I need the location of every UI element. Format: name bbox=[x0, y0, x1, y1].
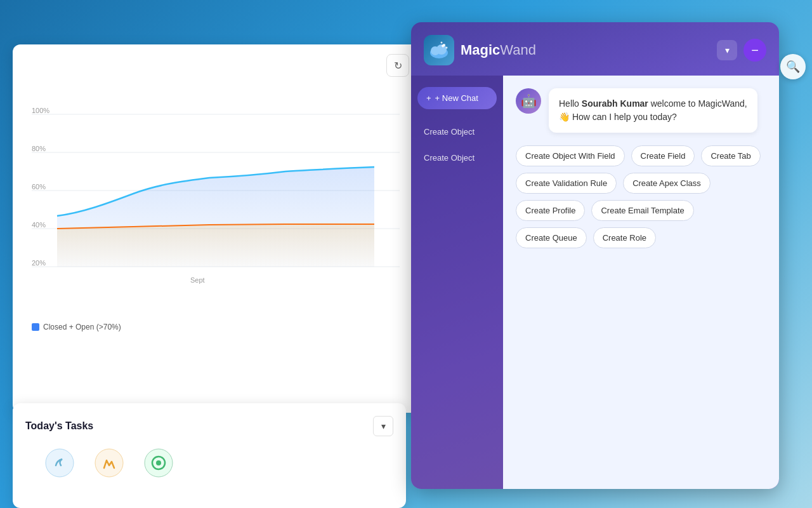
dashboard-panel: ↻ 100% 80% 60% 40% 20% bbox=[13, 44, 419, 413]
chevron-down-button[interactable]: ▾ bbox=[717, 40, 737, 60]
plus-icon: + bbox=[426, 93, 431, 103]
btn-create-queue[interactable]: Create Queue bbox=[516, 227, 587, 248]
welcome-name: Sourabh Kumar bbox=[582, 98, 648, 109]
chart-area: ↻ 100% 80% 60% 40% 20% bbox=[13, 44, 419, 349]
chevron-down-icon: ▾ bbox=[725, 45, 730, 55]
new-chat-label: + New Chat bbox=[435, 93, 478, 103]
magic-header-right: ▾ − bbox=[717, 39, 766, 62]
btn-create-field[interactable]: Create Field bbox=[631, 145, 695, 166]
chart-legend: Closed + Open (>70%) bbox=[25, 323, 406, 331]
tasks-title: Today's Tasks bbox=[25, 420, 93, 432]
svg-text:80%: 80% bbox=[32, 145, 46, 152]
magic-logo-icon: ✦ bbox=[424, 35, 454, 65]
svg-point-14 bbox=[156, 460, 161, 465]
refresh-button[interactable]: ↻ bbox=[386, 54, 409, 77]
tasks-header: Today's Tasks ▾ bbox=[25, 416, 393, 436]
sidebar-item-label-1: Create Object bbox=[424, 127, 475, 137]
task-icon-item bbox=[44, 448, 75, 478]
chart-container: 100% 80% 60% 40% 20% bbox=[25, 76, 406, 318]
bot-avatar: 🤖 bbox=[516, 88, 541, 114]
sidebar-item-create-object-1[interactable]: Create Object bbox=[415, 119, 499, 144]
magic-sidebar: + + New Chat Create Object Create Object bbox=[411, 76, 503, 489]
legend-label: Closed + Open (>70%) bbox=[43, 323, 121, 331]
bot-avatar-icon: 🤖 bbox=[521, 93, 537, 109]
btn-create-validation-rule[interactable]: Create Validation Rule bbox=[516, 173, 617, 194]
magic-header: ✦ MagicWand ▾ − bbox=[411, 22, 779, 76]
welcome-question: How can I help you today? bbox=[572, 112, 677, 122]
magic-logo-area: ✦ MagicWand bbox=[424, 35, 536, 65]
btn-create-profile[interactable]: Create Profile bbox=[516, 200, 585, 221]
task-icon-item-2 bbox=[94, 448, 124, 478]
tasks-icons-row bbox=[25, 448, 393, 478]
minimize-button[interactable]: − bbox=[743, 39, 766, 62]
sidebar-item-create-object-2[interactable]: Create Object bbox=[415, 145, 499, 170]
svg-text:40%: 40% bbox=[32, 221, 46, 229]
svg-text:✦: ✦ bbox=[440, 43, 445, 50]
sidebar-item-label-2: Create Object bbox=[424, 153, 475, 163]
welcome-prefix: Hello bbox=[559, 98, 582, 109]
btn-create-tab[interactable]: Create Tab bbox=[701, 145, 760, 166]
new-chat-button[interactable]: + + New Chat bbox=[417, 87, 497, 109]
tasks-card: Today's Tasks ▾ bbox=[13, 403, 406, 508]
btn-create-apex-class[interactable]: Create Apex Class bbox=[623, 173, 710, 194]
chart-x-label: Sept bbox=[190, 276, 205, 284]
welcome-suffix: welcome to MagicWand, bbox=[648, 98, 747, 109]
btn-create-role[interactable]: Create Role bbox=[593, 227, 656, 248]
svg-point-20 bbox=[446, 47, 448, 49]
magic-chat-area: 🤖 Hello Sourabh Kumar welcome to MagicWa… bbox=[503, 76, 779, 489]
welcome-emoji: 👋 bbox=[559, 112, 572, 122]
search-icon-panel[interactable]: 🔍 bbox=[780, 54, 806, 79]
btn-create-email-template[interactable]: Create Email Template bbox=[591, 200, 693, 221]
bot-bubble: Hello Sourabh Kumar welcome to MagicWand… bbox=[549, 88, 757, 133]
tasks-toggle-button[interactable]: ▾ bbox=[373, 416, 393, 436]
search-icon: 🔍 bbox=[786, 60, 800, 74]
quick-actions: Create Object With Field Create Field Cr… bbox=[516, 145, 766, 248]
minus-icon: − bbox=[751, 43, 759, 58]
magic-panel: ✦ MagicWand ▾ − + + New Chat Create Obje… bbox=[411, 22, 779, 489]
magic-title: MagicWand bbox=[461, 42, 536, 58]
task-icon-item-3 bbox=[143, 448, 174, 478]
svg-text:100%: 100% bbox=[32, 107, 49, 114]
bot-message-wrapper: 🤖 Hello Sourabh Kumar welcome to MagicWa… bbox=[516, 88, 766, 133]
btn-create-object-with-field[interactable]: Create Object With Field bbox=[516, 145, 625, 166]
svg-point-11 bbox=[95, 449, 123, 477]
svg-text:60%: 60% bbox=[32, 183, 46, 190]
svg-text:20%: 20% bbox=[32, 259, 46, 267]
legend-dot bbox=[32, 323, 39, 331]
